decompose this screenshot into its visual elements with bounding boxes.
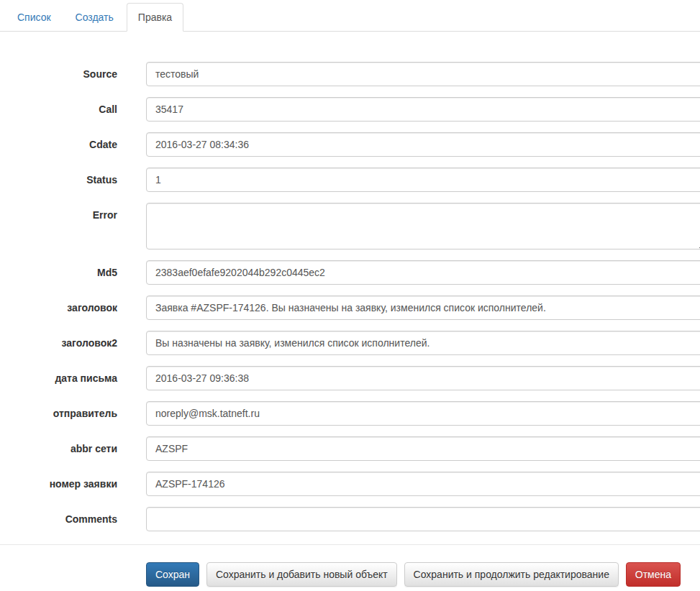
save-button[interactable]: Сохран xyxy=(146,562,199,587)
zagolovok-label: заголовок xyxy=(0,296,117,320)
form-row-md5: Md5 xyxy=(0,260,700,285)
error-textarea[interactable] xyxy=(146,203,700,249)
form-row-comments: Comments xyxy=(0,507,700,531)
zagolovok-field-col xyxy=(146,296,700,320)
edit-form: Source Call Cdate Status Error Md5 xyxy=(0,32,700,587)
status-input[interactable] xyxy=(146,168,700,192)
call-field-col xyxy=(146,97,700,122)
comments-field-col xyxy=(146,507,700,531)
save-and-continue-button[interactable]: Сохранить и продолжить редактирование xyxy=(404,562,619,587)
md5-field-col xyxy=(146,260,700,285)
error-field-col xyxy=(146,203,700,249)
call-input[interactable] xyxy=(146,97,700,122)
save-and-add-button[interactable]: Сохранить и добавить новый объект xyxy=(206,562,397,587)
source-field-col xyxy=(146,62,700,86)
tab-list: Правка xyxy=(127,3,183,32)
sender-label: отправитель xyxy=(0,401,117,426)
error-label: Error xyxy=(0,203,117,249)
cdate-input[interactable] xyxy=(146,132,700,157)
status-field-col xyxy=(146,168,700,192)
cdate-label: Cdate xyxy=(0,132,117,157)
call-label: Call xyxy=(0,97,117,122)
form-row-call: Call xyxy=(0,97,700,122)
form-actions: Сохран Сохранить и добавить новый объект… xyxy=(0,545,700,587)
source-label: Source xyxy=(0,62,117,86)
zagolovok2-input[interactable] xyxy=(146,331,700,355)
mail-date-field-col xyxy=(146,366,700,390)
tab-pravka-active[interactable]: Правка xyxy=(127,3,183,32)
tab-sozdat[interactable]: Создать xyxy=(64,3,125,32)
cdate-field-col xyxy=(146,132,700,157)
tab-list: Создать xyxy=(64,3,125,32)
zagolovok2-label: заголовок2 xyxy=(0,331,117,355)
form-row-zagolovok: заголовок xyxy=(0,296,700,320)
form-row-error: Error xyxy=(0,203,700,249)
request-number-label: номер заявки xyxy=(0,472,117,496)
form-row-zagolovok2: заголовок2 xyxy=(0,331,700,355)
tab-spisok[interactable]: Список xyxy=(6,3,63,32)
sender-field-col xyxy=(146,401,700,426)
abbr-network-input[interactable] xyxy=(146,436,700,461)
zagolovok-input[interactable] xyxy=(146,296,700,320)
form-row-cdate: Cdate xyxy=(0,132,700,157)
status-label: Status xyxy=(0,168,117,192)
request-number-input[interactable] xyxy=(146,472,700,496)
form-row-mail-date: дата письма xyxy=(0,366,700,390)
form-row-request-number: номер заявки xyxy=(0,472,700,496)
form-row-source: Source xyxy=(0,62,700,86)
form-row-abbr-network: abbr сети xyxy=(0,436,700,461)
mail-date-input[interactable] xyxy=(146,366,700,390)
cancel-button[interactable]: Отмена xyxy=(626,562,681,587)
form-row-status: Status xyxy=(0,168,700,192)
form-row-sender: отправитель xyxy=(0,401,700,426)
comments-input[interactable] xyxy=(146,507,700,531)
md5-label: Md5 xyxy=(0,260,117,285)
sender-input[interactable] xyxy=(146,401,700,426)
tab-bar: Список Создать Правка xyxy=(0,0,700,32)
source-input[interactable] xyxy=(146,62,700,86)
tab-list: Список xyxy=(6,3,63,32)
abbr-network-field-col xyxy=(146,436,700,461)
zagolovok2-field-col xyxy=(146,331,700,355)
abbr-network-label: abbr сети xyxy=(0,436,117,461)
request-number-field-col xyxy=(146,472,700,496)
mail-date-label: дата письма xyxy=(0,366,117,390)
comments-label: Comments xyxy=(0,507,117,531)
md5-input[interactable] xyxy=(146,260,700,285)
